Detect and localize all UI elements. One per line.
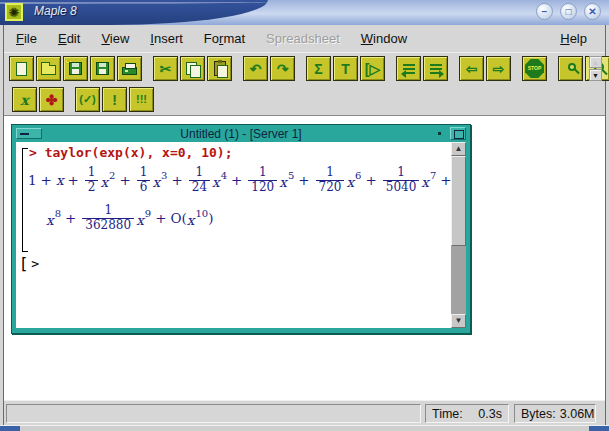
- zoom-100-button[interactable]: [558, 56, 583, 81]
- print-icon: [122, 67, 137, 75]
- print-button[interactable]: [117, 56, 142, 81]
- resize-corner-left[interactable]: [0, 426, 20, 431]
- input-prompt: >: [29, 145, 37, 160]
- menu-item-file[interactable]: File: [16, 31, 37, 46]
- math-operator: +: [119, 172, 130, 188]
- maximize-button[interactable]: □: [560, 3, 577, 20]
- maple-leaf-button[interactable]: ✤: [39, 87, 64, 112]
- math-variable: x9: [136, 208, 151, 228]
- math-exponent: 3: [161, 170, 167, 181]
- math-operator: +: [68, 172, 79, 188]
- fraction-denominator: 720: [316, 181, 345, 195]
- status-message-panel: [6, 404, 421, 423]
- copy-button[interactable]: [180, 56, 205, 81]
- zoom-100-icon: [568, 63, 576, 71]
- math-operator: +: [440, 172, 451, 188]
- fraction-numerator: 1: [248, 166, 277, 181]
- worksheet-dot-button[interactable]: [435, 129, 445, 139]
- open-button[interactable]: [36, 56, 61, 81]
- undo-button[interactable]: ↶: [243, 56, 268, 81]
- worksheet-input-line[interactable]: > taylor(exp(x), x=0, 10);: [29, 145, 233, 160]
- fraction-numerator: 1: [82, 204, 134, 219]
- scrollbar-thumb[interactable]: [451, 156, 466, 246]
- fraction-numerator: 1: [383, 166, 420, 181]
- math-variable: x5: [279, 170, 294, 190]
- redo-icon: ↷: [277, 62, 289, 76]
- insert-math-button[interactable]: Σ: [306, 56, 331, 81]
- math-fraction: 16: [137, 166, 151, 195]
- worksheet-content[interactable]: > taylor(exp(x), x=0, 10); 1+x+12x2+16x3…: [16, 142, 466, 328]
- worksheet-maximize-button[interactable]: [450, 127, 466, 140]
- new-button[interactable]: [9, 56, 34, 81]
- toolbar-spinner: ▲ ▼: [589, 56, 602, 81]
- math-variable: x8: [46, 208, 61, 228]
- execution-group-bracket: [22, 148, 28, 252]
- outdent-section-button[interactable]: [396, 56, 421, 81]
- symbolic-x-button[interactable]: x: [12, 87, 37, 112]
- math-literal: O(: [170, 210, 186, 226]
- math-fraction: 12: [85, 166, 99, 195]
- execute-all-button[interactable]: !!!: [129, 87, 154, 112]
- math-fraction: 124: [189, 166, 210, 195]
- fraction-denominator: 2: [85, 181, 99, 195]
- scroll-down-icon[interactable]: ▼: [451, 314, 466, 328]
- worksheet-collapse-button[interactable]: [16, 128, 42, 139]
- status-bytes-panel: Bytes: 3.06M: [514, 404, 596, 423]
- window-frame: FileEditViewInsertFormatSpreadsheetWindo…: [0, 25, 609, 425]
- insert-text-icon: T: [341, 62, 350, 76]
- next-input-prompt[interactable]: [>: [21, 254, 39, 273]
- paste-button[interactable]: [207, 56, 232, 81]
- insert-text-button[interactable]: T: [333, 56, 358, 81]
- math-variable: x: [56, 172, 64, 188]
- math-fraction: 1362880: [82, 204, 134, 233]
- bytes-label: Bytes:: [521, 407, 556, 421]
- vertical-scrollbar[interactable]: ▲ ▼: [451, 142, 466, 328]
- indent-section-button[interactable]: [423, 56, 448, 81]
- math-exponent: 9: [145, 208, 151, 219]
- menu-item-window[interactable]: Window: [361, 31, 407, 46]
- math-operator: +: [231, 172, 242, 188]
- maple-leaf-icon: ✺: [9, 6, 20, 19]
- maple-app-icon[interactable]: ✺: [5, 3, 23, 21]
- check-syntax-button[interactable]: (✓): [75, 87, 100, 112]
- stop-icon: STOP: [525, 59, 544, 78]
- minimize-button[interactable]: −: [536, 3, 553, 20]
- outdent-section-icon: [403, 64, 415, 74]
- math-fraction: 15040: [383, 166, 420, 195]
- back-icon: ⇦: [466, 62, 478, 76]
- menu-item-view[interactable]: View: [101, 31, 129, 46]
- cut-button[interactable]: ✂: [153, 56, 178, 81]
- menu-item-help[interactable]: Help: [560, 31, 587, 46]
- menu-item-insert[interactable]: Insert: [150, 31, 183, 46]
- stop-button[interactable]: STOP: [522, 56, 547, 81]
- redo-button[interactable]: ↷: [270, 56, 295, 81]
- status-bar: Time: 0.3s Bytes: 3.06M: [4, 400, 605, 425]
- resize-corner-right[interactable]: [589, 426, 609, 431]
- toolbar-spinner-up-icon[interactable]: ▲: [589, 56, 602, 68]
- math-variable: x7: [421, 170, 436, 190]
- window-controls: −□✕: [536, 3, 601, 20]
- execute-all-icon: !!!: [136, 94, 147, 105]
- forward-button[interactable]: ⇨: [486, 56, 511, 81]
- math-exponent: 6: [355, 170, 361, 181]
- check-syntax-icon: (✓): [79, 94, 96, 105]
- fraction-denominator: 6: [137, 181, 151, 195]
- window-titlebar: ✺ Maple 8 −□✕: [0, 0, 609, 25]
- close-button[interactable]: ✕: [584, 3, 601, 20]
- save-button[interactable]: [90, 56, 115, 81]
- insert-prompt-button[interactable]: [▷: [360, 56, 385, 81]
- toolbar-spinner-down-icon[interactable]: ▼: [589, 69, 602, 81]
- open-url-icon: [69, 62, 82, 75]
- math-literal: ): [208, 210, 213, 226]
- math-operator: +: [41, 172, 52, 188]
- back-button[interactable]: ⇦: [459, 56, 484, 81]
- mdi-workspace: Untitled (1) - [Server 1] > taylor(exp(x…: [4, 115, 605, 400]
- menu-item-edit[interactable]: Edit: [58, 31, 80, 46]
- fraction-denominator: 362880: [82, 219, 134, 233]
- menu-item-format[interactable]: Format: [204, 31, 245, 46]
- worksheet-titlebar[interactable]: Untitled (1) - [Server 1]: [12, 125, 470, 142]
- open-url-button[interactable]: ↪: [63, 56, 88, 81]
- insert-math-icon: Σ: [314, 62, 322, 76]
- execute-button[interactable]: !: [102, 87, 127, 112]
- scroll-up-icon[interactable]: ▲: [451, 142, 466, 156]
